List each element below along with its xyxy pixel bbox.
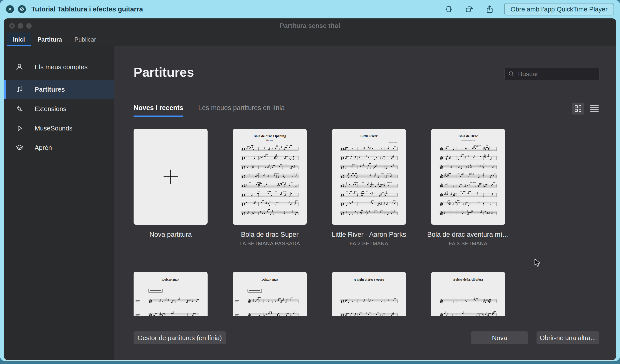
grid-view-icon [575,105,581,112]
content-tabs: Noves i recents Les meues partitures en … [134,104,285,117]
main-tab-bar: Inici Partitura Publicar [4,33,616,46]
close-button[interactable] [6,5,14,13]
score-card[interactable]: Deixar anar [134,272,208,316]
sidebar-item[interactable]: Extensions [4,99,114,119]
open-with-quicktime-button[interactable]: Obre amb l’app QuickTime Player [504,3,614,15]
window-tab[interactable]: Inici [7,33,31,46]
window-tab[interactable]: Publicar [68,33,102,46]
window-tab-label: Publicar [75,36,96,43]
play-icon [15,124,24,132]
grid-view-button[interactable] [572,103,584,115]
search-icon [508,71,515,77]
graduation-cap-icon [15,143,24,152]
score-card[interactable]: Bola de DracAventura mística Bola de dra… [431,129,505,246]
window-tab-label: Inici [13,36,25,43]
share-icon [485,5,494,14]
score-card-title: Nova partitura [124,231,218,239]
score-thumbnail: Little RiverAaron Parks [332,129,406,225]
window-tab-label: Partitura [37,36,62,43]
score-card[interactable]: Nova partitura [134,129,208,246]
svg-text:Deixar anar: Deixar anar [261,278,278,281]
content-tab[interactable]: Les meues partitures en línia [198,104,285,117]
list-view-button[interactable] [590,105,599,112]
svg-text:Opening: Opening [266,139,273,141]
music-note-icon [15,85,24,94]
close-icon [8,7,12,11]
share-button[interactable] [485,5,494,14]
window-close-button[interactable] [9,23,15,29]
score-card[interactable]: Bolero de la Albufera [431,272,505,316]
sidebar-item-label: Els meus comptes [35,63,87,71]
score-card[interactable]: Bola de drac OpeningOpening Bola de drac… [233,129,307,246]
window-titlebar[interactable]: Partitura sense títol [4,19,616,33]
view-toggles [572,103,599,115]
sidebar-item-label: Extensions [35,105,66,113]
screen: Tutorial Tablatura i efectes guitarra [0,0,620,364]
window-title: Partitura sense títol [4,19,616,33]
content-tab[interactable]: Noves i recents [134,104,183,117]
sidebar-item-label: Partitures [35,86,65,93]
svg-text:Bola de drac Opening: Bola de drac Opening [253,134,286,138]
plus-icon [163,169,178,184]
score-card-subtitle: LA SETMANA PASSADA [223,241,317,246]
content-area: Partitures Noves i recents Les meues par… [114,46,616,360]
score-card-subtitle: FA 3 SETMANA [421,241,515,246]
rotate-icon [465,5,474,14]
score-card-title: Bola de drac aventura mí… [421,231,515,239]
sidebar-item[interactable]: Els meus comptes [4,57,114,77]
sidebar-item[interactable]: MuseSounds [4,119,114,138]
search-box[interactable] [504,68,600,80]
score-card[interactable]: Little RiverAaron Parks Little River - A… [332,129,406,246]
window-tab[interactable]: Partitura [31,33,68,46]
score-thumbnail: A night at Bee's opera [332,272,406,316]
block-button[interactable] [18,5,26,13]
prohibit-icon [20,7,24,11]
svg-text:Aaron Parks: Aaron Parks [389,142,397,144]
svg-text:Bolero de la Albufera: Bolero de la Albufera [453,278,483,281]
new-score-button[interactable]: Nova [471,331,528,344]
score-thumbnail: Deixar anar [233,272,307,316]
score-grid-older: Deixar anar Deixar anar A night at Bee's… [134,272,505,316]
sidebar-item-label: Aprén [35,144,52,152]
open-other-button[interactable]: Obrir-ne una altra... [537,331,599,344]
svg-text:A night at Bee's opera: A night at Bee's opera [354,278,384,281]
sidebar-item[interactable]: Aprén [4,138,114,157]
window-controls [9,23,32,29]
svg-text:Bola de Drac: Bola de Drac [459,134,478,138]
trim-button[interactable] [444,5,453,14]
trim-icon [444,5,453,14]
score-card-title: Bola de drac Super [223,231,317,239]
window-minimize-button[interactable] [18,23,23,29]
plug-icon [15,105,24,113]
score-thumbnail: Bolero de la Albufera [431,272,505,316]
mouse-cursor [534,258,541,267]
page-title: Partitures [134,65,194,80]
sidebar: Els meus comptes Partitures [4,46,114,360]
score-thumbnail: Bola de DracAventura mística [431,129,505,225]
svg-text:Aventura mística: Aventura mística [461,139,475,141]
content-tab-label: Les meues partitures en línia [198,104,285,112]
user-icon [15,63,24,71]
score-card[interactable]: Deixar anar [233,272,307,316]
search-input[interactable] [518,70,602,78]
score-card[interactable]: A night at Bee's opera [332,272,406,316]
app-window: Partitura sense títol Inici Partitura Pu… [4,18,616,360]
score-card-subtitle: FA 2 SETMANA [322,241,416,246]
svg-text:Little River: Little River [360,134,378,138]
content-tab-label: Noves i recents [134,104,183,112]
score-thumbnail: Bola de drac OpeningOpening [233,129,307,225]
score-grid-recent: Nova partitura Bola de drac OpeningOpeni… [134,129,505,246]
sidebar-item[interactable]: Partitures [4,80,114,99]
score-manager-button[interactable]: Gestor de partitures (en línia) [134,331,226,344]
player-title: Tutorial Tablatura i efectes guitarra [31,5,143,13]
player-bar: Tutorial Tablatura i efectes guitarra [0,0,620,18]
window-zoom-button[interactable] [26,23,32,29]
score-card-title: Little River - Aaron Parks [322,231,416,239]
rotate-button[interactable] [465,5,474,14]
sidebar-item-label: MuseSounds [35,124,73,132]
score-thumbnail: Deixar anar [134,272,208,316]
svg-text:Deixar anar: Deixar anar [162,278,179,281]
